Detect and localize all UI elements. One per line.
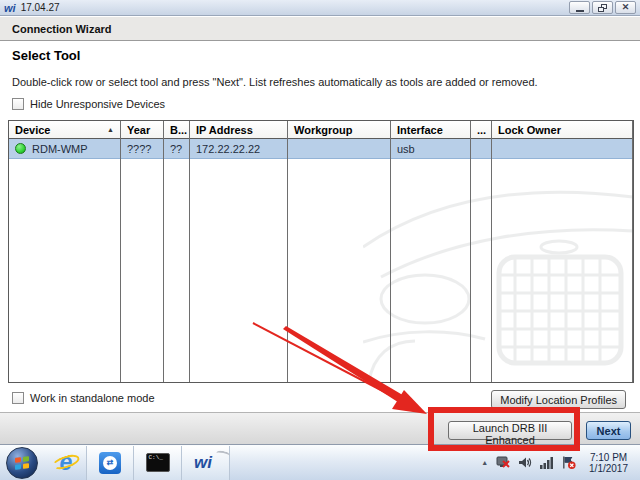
windows-logo-icon xyxy=(15,456,29,469)
tray-expand-icon[interactable]: ▲ xyxy=(481,459,488,466)
b-value: ?? xyxy=(170,143,182,155)
ip-address-value: 172.22.22.22 xyxy=(196,143,260,155)
column-header-year[interactable]: Year xyxy=(121,121,163,139)
table-row-cell-dots[interactable] xyxy=(471,139,491,159)
minimize-icon xyxy=(576,10,584,12)
column-year: Year ???? xyxy=(121,121,164,382)
column-header-device[interactable]: Device ▲ xyxy=(9,121,120,139)
restore-icon xyxy=(598,4,607,12)
hide-unresponsive-checkbox[interactable]: Hide Unresponsive Devices xyxy=(12,98,165,110)
clock-time: 7:10 PM xyxy=(589,452,628,463)
column-header-label: Year xyxy=(127,124,150,136)
column-header-label: Device xyxy=(15,124,50,136)
app-icon: wi xyxy=(4,2,16,14)
page-title: Select Tool xyxy=(12,48,80,63)
clock-date: 1/1/2017 xyxy=(589,463,628,474)
column-header-ip-address[interactable]: IP Address xyxy=(190,121,287,139)
system-tray: ▲ xyxy=(481,450,640,476)
column-header-dots[interactable]: ... xyxy=(471,121,491,139)
interface-value: usb xyxy=(397,143,415,155)
table-row-cell-interface[interactable]: usb xyxy=(391,139,470,159)
instructions-text: Double-click row or select tool and pres… xyxy=(12,76,612,88)
taskbar-item-wi-app[interactable]: wi xyxy=(182,446,230,480)
column-header-b[interactable]: B... xyxy=(164,121,189,139)
volume-icon[interactable] xyxy=(517,455,532,470)
start-button[interactable] xyxy=(6,447,38,479)
table-row-cell-b[interactable]: ?? xyxy=(164,139,189,159)
column-header-lock-owner[interactable]: Lock Owner xyxy=(492,121,632,139)
column-lock-owner: Lock Owner xyxy=(492,121,633,382)
column-header-label: IP Address xyxy=(196,124,253,136)
table-row-cell-ip-address[interactable]: 172.22.22.22 xyxy=(190,139,287,159)
taskbar-clock[interactable]: 7:10 PM 1/1/2017 xyxy=(583,450,634,476)
sort-ascending-icon: ▲ xyxy=(107,126,114,133)
wi-swoosh-icon xyxy=(215,450,230,460)
window-titlebar[interactable]: wi 17.04.27 ✕ xyxy=(0,0,640,16)
column-ip-address: IP Address 172.22.22.22 xyxy=(190,121,288,382)
table-row-cell-device[interactable]: RDM-WMP xyxy=(9,139,120,159)
column-interface: Interface usb xyxy=(391,121,471,382)
table-row-cell-lock-owner[interactable] xyxy=(492,139,632,159)
status-online-icon xyxy=(15,143,26,154)
minimize-button[interactable] xyxy=(569,1,590,14)
taskbar: e ⇄ C:\_ wi ▲ xyxy=(0,444,640,480)
column-header-label: Interface xyxy=(397,124,443,136)
table-row-cell-workgroup[interactable] xyxy=(288,139,390,159)
taskbar-item-command-prompt[interactable]: C:\_ xyxy=(134,446,182,480)
network-signal-icon[interactable] xyxy=(539,455,554,470)
checkbox-icon[interactable] xyxy=(12,98,24,110)
column-header-label: Workgroup xyxy=(294,124,352,136)
device-name: RDM-WMP xyxy=(32,143,88,155)
standalone-mode-label: Work in standalone mode xyxy=(30,392,155,404)
column-header-workgroup[interactable]: Workgroup xyxy=(288,121,390,139)
column-workgroup: Workgroup xyxy=(288,121,391,382)
modify-location-profiles-button[interactable]: Modify Location Profiles xyxy=(491,390,626,409)
year-value: ???? xyxy=(127,143,151,155)
action-center-flag-icon[interactable] xyxy=(561,455,576,470)
close-button[interactable]: ✕ xyxy=(615,1,636,14)
restore-button[interactable] xyxy=(592,1,613,14)
wi-app-icon: wi xyxy=(194,453,217,473)
taskbar-item-internet-explorer[interactable]: e xyxy=(46,446,86,480)
next-button[interactable]: Next xyxy=(586,421,631,440)
teamviewer-icon: ⇄ xyxy=(99,452,121,474)
wizard-header-title: Connection Wizard xyxy=(12,23,112,35)
standalone-mode-checkbox[interactable]: Work in standalone mode xyxy=(12,392,155,404)
window-title: 17.04.27 xyxy=(21,2,60,13)
network-disconnected-icon[interactable] xyxy=(495,455,510,470)
column-header-interface[interactable]: Interface xyxy=(391,121,470,139)
screen: wi 17.04.27 ✕ Connection Wizard Select T… xyxy=(0,0,640,480)
column-header-label: B... xyxy=(170,124,187,136)
hide-unresponsive-label: Hide Unresponsive Devices xyxy=(30,98,165,110)
command-prompt-icon: C:\_ xyxy=(146,453,170,472)
wizard-header-bar: Connection Wizard xyxy=(0,17,640,41)
column-header-label: ... xyxy=(477,124,486,136)
device-table: Device ▲ RDM-WMP Year ???? B... ?? IP Ad… xyxy=(8,120,634,383)
column-b: B... ?? xyxy=(164,121,190,382)
checkbox-icon[interactable] xyxy=(12,392,24,404)
column-dots: ... xyxy=(471,121,492,382)
table-row-cell-year[interactable]: ???? xyxy=(121,139,163,159)
taskbar-item-teamviewer[interactable]: ⇄ xyxy=(86,446,134,480)
column-header-label: Lock Owner xyxy=(498,124,561,136)
launch-drb-iii-enhanced-button[interactable]: Launch DRB III Enhanced xyxy=(448,421,572,440)
column-device: Device ▲ RDM-WMP xyxy=(9,121,121,382)
window-controls: ✕ xyxy=(569,1,636,14)
close-icon: ✕ xyxy=(622,2,630,13)
